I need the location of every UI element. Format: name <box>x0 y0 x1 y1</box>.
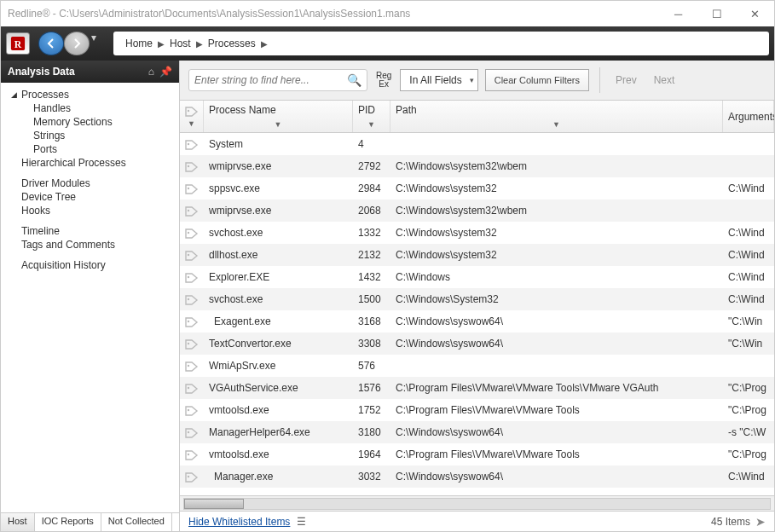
tag-icon[interactable] <box>180 182 204 194</box>
breadcrumb-item[interactable]: Home <box>125 38 153 49</box>
cell-pid: 1964 <box>353 448 390 460</box>
table-row[interactable]: ManagerHelper64.exe3180C:\Windows\syswow… <box>180 421 774 443</box>
tree-item[interactable]: Strings <box>8 129 179 142</box>
caret-down-icon[interactable]: ◢ <box>11 90 21 99</box>
tree-item[interactable]: Handles <box>8 101 179 115</box>
table-row[interactable]: vmtoolsd.exe1752C:\Program Files\VMware\… <box>180 399 774 421</box>
chevron-right-icon: ▶ <box>261 39 268 49</box>
filter-icon[interactable]: ▼ <box>367 120 375 129</box>
table-row[interactable]: wmiprvse.exe2792C:\Windows\system32\wbem <box>180 155 774 177</box>
regex-toggle[interactable]: Reg Ex <box>374 70 393 90</box>
table-row[interactable]: wmiprvse.exe2068C:\Windows\system32\wbem <box>180 200 774 222</box>
tag-icon[interactable] <box>180 471 204 483</box>
back-button[interactable] <box>38 32 64 55</box>
list-icon[interactable]: ☰ <box>297 516 306 528</box>
table-row[interactable]: WmiApSrv.exe576 <box>180 355 774 377</box>
column-process-name[interactable]: Process Name ▼ <box>204 101 353 132</box>
table-row[interactable]: VGAuthService.exe1576C:\Program Files\VM… <box>180 377 774 399</box>
tag-icon[interactable] <box>180 160 204 172</box>
clear-filters-button[interactable]: Clear Column Filters <box>485 69 589 91</box>
forward-button[interactable] <box>64 32 90 55</box>
tag-icon[interactable] <box>180 360 204 372</box>
table-row[interactable]: vmtoolsd.exe1964C:\Program Files\VMware\… <box>180 443 774 466</box>
column-path[interactable]: Path ▼ <box>390 101 723 132</box>
tag-icon[interactable] <box>180 293 204 305</box>
tab-host[interactable]: Host <box>1 513 35 531</box>
close-button[interactable]: ✕ <box>736 1 774 26</box>
cell-args: "C:\Win <box>723 338 774 350</box>
tree-item[interactable]: Hierarchical Processes <box>8 156 179 170</box>
tab-not-collected[interactable]: Not Collected <box>101 513 172 531</box>
search-input[interactable] <box>194 74 347 86</box>
tree-item[interactable]: Tags and Comments <box>8 238 179 252</box>
tree-item[interactable]: Hooks <box>8 204 179 217</box>
table-row[interactable]: System4 <box>180 133 774 155</box>
field-filter-dropdown[interactable]: In All Fields <box>400 69 477 91</box>
column-arguments[interactable]: Arguments <box>723 101 774 132</box>
home-icon[interactable]: ⌂ <box>148 66 154 78</box>
breadcrumb-item[interactable]: Host <box>170 38 191 49</box>
tag-icon[interactable] <box>180 249 204 261</box>
breadcrumb[interactable]: Home ▶ Host ▶ Processes ▶ <box>113 32 769 55</box>
cell-process-name: TextConvertor.exe <box>204 338 353 350</box>
minimize-button[interactable]: ─ <box>659 1 697 26</box>
prev-button[interactable]: Prev <box>610 74 642 86</box>
tab-ioc-reports[interactable]: IOC Reports <box>35 513 101 531</box>
expand-icon[interactable]: ➤ <box>755 515 766 529</box>
cell-path: C:\Windows\syswow64\ <box>390 426 723 438</box>
horizontal-scrollbar[interactable] <box>180 495 774 511</box>
table-row[interactable]: TextConvertor.exe3308C:\Windows\syswow64… <box>180 332 774 355</box>
cell-path: C:\Windows\system32 <box>390 182 723 194</box>
tree-item[interactable]: Device Tree <box>8 190 179 204</box>
nav-history-dropdown[interactable]: ▾ <box>91 32 103 43</box>
search-field[interactable]: 🔍 <box>188 69 367 91</box>
column-tag[interactable]: ▼ <box>180 101 204 132</box>
tag-icon[interactable] <box>180 448 204 460</box>
maximize-button[interactable]: ☐ <box>697 1 736 26</box>
tag-icon[interactable] <box>180 227 204 239</box>
cell-process-name: Explorer.EXE <box>204 271 353 283</box>
tag-icon[interactable] <box>180 338 204 350</box>
cell-process-name: sppsvc.exe <box>204 182 353 194</box>
tag-icon[interactable] <box>180 382 204 394</box>
table-row[interactable]: svchost.exe1332C:\Windows\system32C:\Win… <box>180 222 774 244</box>
tag-icon[interactable] <box>180 271 204 283</box>
cell-path: C:\Program Files\VMware\VMware Tools <box>390 404 723 416</box>
tree-item[interactable]: Acquisition History <box>8 258 179 272</box>
table-row[interactable]: dllhost.exe2132C:\Windows\system32C:\Win… <box>180 244 774 266</box>
tree-item[interactable]: Ports <box>8 142 179 156</box>
search-icon[interactable]: 🔍 <box>347 73 361 87</box>
tag-icon[interactable] <box>180 138 204 150</box>
pin-icon[interactable]: 📌 <box>159 66 172 78</box>
hide-whitelisted-link[interactable]: Hide Whitelisted Items <box>188 516 290 528</box>
tag-icon[interactable] <box>180 404 204 416</box>
cell-pid: 2984 <box>353 182 390 194</box>
tree-item[interactable]: Timeline <box>8 224 179 238</box>
cell-args: C:\Wind <box>723 293 774 305</box>
table-row[interactable]: sppsvc.exe2984C:\Windows\system32C:\Wind <box>180 177 774 200</box>
table-row[interactable]: Explorer.EXE1432C:\WindowsC:\Wind <box>180 266 774 288</box>
filter-icon[interactable]: ▼ <box>188 119 195 128</box>
cell-process-name: wmiprvse.exe <box>204 205 353 217</box>
window-title: Redline® - C:\Users\Administrator\Docume… <box>8 8 659 20</box>
table-body[interactable]: System4wmiprvse.exe2792C:\Windows\system… <box>180 133 774 495</box>
table-row[interactable]: Exagent.exe3168C:\Windows\syswow64\"C:\W… <box>180 310 774 332</box>
tree-item[interactable]: ◢Processes <box>8 88 179 101</box>
sidebar: Analysis Data ⌂ 📌 ◢ProcessesHandlesMemor… <box>1 61 180 531</box>
tree-item[interactable]: Memory Sections <box>8 115 179 129</box>
tree-item[interactable]: Driver Modules <box>8 176 179 190</box>
filter-icon[interactable]: ▼ <box>552 120 560 129</box>
scrollbar-thumb[interactable] <box>184 499 244 509</box>
breadcrumb-item[interactable]: Processes <box>208 38 256 49</box>
tag-icon[interactable] <box>180 426 204 438</box>
tree-item-label: Memory Sections <box>33 116 113 128</box>
table-row[interactable]: Manager.exe3032C:\Windows\syswow64\C:\Wi… <box>180 466 774 488</box>
next-button[interactable]: Next <box>649 74 680 86</box>
cell-pid: 1752 <box>353 404 390 416</box>
filter-icon[interactable]: ▼ <box>275 120 282 129</box>
table-row[interactable]: svchost.exe1500C:\Windows\System32C:\Win… <box>180 288 774 310</box>
tag-icon[interactable] <box>180 315 204 327</box>
tag-icon[interactable] <box>180 205 204 217</box>
column-pid[interactable]: PID ▼ <box>353 101 390 132</box>
cell-path: C:\Windows\system32\wbem <box>390 160 723 172</box>
